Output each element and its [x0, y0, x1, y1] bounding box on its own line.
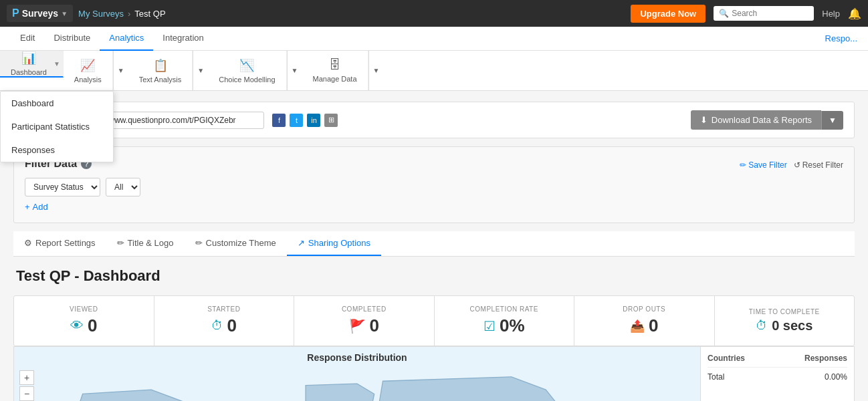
twitter-share-icon[interactable]: t — [290, 114, 303, 127]
save-filter-button[interactable]: ✏ Save Filter — [740, 160, 786, 170]
map-table: Countries Responses Total 0.00% — [700, 347, 854, 401]
p-icon: P — [12, 7, 19, 19]
stat-started: STARTED ⏱ 0 — [154, 296, 295, 346]
started-icon: ⏱ — [211, 319, 223, 333]
dashboard-dropdown-arrow-icon: ▼ — [53, 60, 60, 68]
stat-viewed-label: VIEWED — [70, 305, 98, 313]
tab-report-settings[interactable]: ⚙ Report Settings — [13, 231, 106, 256]
stat-started-number: 0 — [227, 315, 237, 336]
report-link-bar: Report Link f t in ⊞ ⬇ Download Data & R… — [13, 102, 855, 138]
reset-filter-button[interactable]: ↺ Reset Filter — [794, 160, 843, 170]
download-btn-group: ⬇ Download Data & Reports ▼ — [691, 110, 843, 130]
map-zoom-in-button[interactable]: + — [19, 370, 34, 385]
breadcrumb-parent-link[interactable]: My Surveys — [78, 9, 124, 19]
title-logo-label: Title & Logo — [128, 238, 174, 248]
world-map-svg — [14, 368, 700, 401]
stat-completed: COMPLETED 🚩 0 — [294, 296, 435, 346]
dropdown-item-participant-stats[interactable]: Participant Statistics — [1, 115, 113, 138]
map-zoom-out-button[interactable]: − — [19, 386, 34, 401]
dashboard-dropdown-menu: Dashboard Participant Statistics Respons… — [0, 91, 114, 162]
stat-completion-rate: COMPLETION RATE ☑ 0% — [435, 296, 575, 346]
filter-type-select[interactable]: Survey Status — [25, 178, 100, 196]
download-data-reports-button[interactable]: ⬇ Download Data & Reports — [691, 110, 821, 130]
breadcrumb: My Surveys › Test QP — [78, 9, 166, 19]
breadcrumb-separator: › — [128, 9, 130, 19]
completed-icon: 🚩 — [349, 318, 366, 334]
nav-right-item[interactable]: Respo... — [825, 33, 857, 43]
search-box[interactable]: 🔍 — [714, 6, 814, 21]
stat-drop-outs-label: DROP OUTS — [623, 305, 665, 313]
download-dropdown-arrow-btn[interactable]: ▼ — [821, 111, 843, 130]
text-analysis-arrow-btn[interactable]: ▼ — [193, 51, 208, 90]
toolbar-manage-data-group: 🗄 Manage Data ▼ — [302, 51, 384, 90]
toolbar-choice-modelling-btn[interactable]: 📉 Choice Modelling — [208, 51, 286, 90]
search-icon: 🔍 — [719, 9, 729, 18]
map-table-total-value: 0.00% — [825, 372, 847, 382]
toolbar-text-analysis-btn[interactable]: 📋 Text Analysis — [128, 51, 193, 90]
filter-value-select[interactable]: All — [106, 178, 140, 196]
dropdown-item-responses[interactable]: Responses — [1, 138, 113, 162]
manage-data-arrow-btn[interactable]: ▼ — [368, 51, 384, 90]
stat-viewed: VIEWED 👁 0 — [14, 296, 154, 346]
breadcrumb-current: Test QP — [134, 9, 165, 19]
nav-item-edit[interactable]: Edit — [11, 27, 44, 51]
stat-viewed-number: 0 — [88, 315, 97, 336]
reset-filter-label: Reset Filter — [802, 160, 843, 170]
linkedin-share-icon[interactable]: in — [307, 114, 320, 127]
time-icon: ⏱ — [756, 319, 768, 333]
completion-rate-icon: ☑ — [483, 318, 496, 334]
tab-sharing-options[interactable]: ↗ Sharing Options — [287, 231, 381, 256]
save-filter-label: Save Filter — [748, 160, 786, 170]
toolbar-choice-modelling-group: 📉 Choice Modelling ▼ — [208, 51, 302, 90]
add-filter-button[interactable]: + Add — [25, 202, 48, 212]
map-table-header: Countries Responses — [708, 354, 847, 368]
customize-theme-icon: ✏ — [195, 238, 203, 248]
toolbar-analysis-btn[interactable]: 📈 Analysis — [64, 51, 113, 90]
text-analysis-label: Text Analysis — [139, 76, 182, 84]
stats-bar: VIEWED 👁 0 STARTED ⏱ 0 COMPLETED 🚩 0 COM… — [13, 295, 855, 346]
tab-customize-theme[interactable]: ✏ Customize Theme — [185, 231, 287, 256]
nav-item-integration[interactable]: Integration — [153, 27, 213, 51]
toolbar-manage-data-btn[interactable]: 🗄 Manage Data — [302, 51, 368, 90]
stat-time-value-row: ⏱ 0 secs — [756, 318, 812, 333]
stat-started-label: STARTED — [207, 305, 240, 313]
analysis-arrow-btn[interactable]: ▼ — [113, 51, 128, 90]
toolbar-dashboard-btn[interactable]: 📊 Dashboard ▼ — [0, 51, 64, 78]
choice-modelling-arrow-btn[interactable]: ▼ — [287, 51, 302, 90]
map-table-row-total: Total 0.00% — [708, 370, 847, 384]
stat-viewed-value-row: 👁 0 — [70, 315, 97, 336]
brand-chevron-icon: ▼ — [61, 10, 68, 17]
more-share-icon[interactable]: ⊞ — [324, 114, 338, 127]
analysis-label: Analysis — [74, 76, 102, 84]
stat-time-to-complete: TIME TO COMPLETE ⏱ 0 secs — [715, 296, 855, 346]
report-settings-label: Report Settings — [35, 238, 96, 248]
dropdown-item-dashboard[interactable]: Dashboard — [1, 92, 113, 115]
dashboard-icon: 📊 — [21, 51, 36, 65]
bottom-tabs: ⚙ Report Settings ✏ Title & Logo ✏ Custo… — [13, 231, 855, 257]
dropout-icon: 📤 — [630, 319, 645, 333]
stat-completion-rate-label: COMPLETION RATE — [470, 305, 538, 313]
top-nav-right: Upgrade Now 🔍 Help 🔔 — [631, 5, 861, 23]
manage-data-icon: 🗄 — [329, 58, 341, 72]
nav-item-analytics[interactable]: Analytics — [100, 27, 153, 51]
title-logo-icon: ✏ — [117, 238, 124, 248]
map-table-total-label: Total — [708, 372, 724, 382]
map-area: Response Distribution + − — [14, 347, 700, 401]
facebook-share-icon[interactable]: f — [272, 114, 286, 127]
dashboard-label: Dashboard — [11, 68, 47, 76]
nav-item-distribute[interactable]: Distribute — [44, 27, 100, 51]
help-label[interactable]: Help — [822, 9, 840, 19]
viewed-icon: 👁 — [70, 318, 84, 333]
stat-completion-rate-number: 0% — [500, 315, 525, 336]
download-label: Download Data & Reports — [712, 115, 812, 125]
brand-logo[interactable]: P Surveys ▼ — [7, 5, 73, 22]
tab-title-logo[interactable]: ✏ Title & Logo — [106, 231, 185, 256]
notification-bell-icon[interactable]: 🔔 — [848, 7, 861, 20]
add-filter-plus-icon: + — [25, 202, 30, 212]
stat-completion-rate-value-row: ☑ 0% — [483, 315, 525, 336]
upgrade-now-button[interactable]: Upgrade Now — [631, 5, 706, 23]
top-navigation: P Surveys ▼ My Surveys › Test QP Upgrade… — [0, 0, 868, 27]
report-settings-icon: ⚙ — [24, 238, 32, 248]
search-input[interactable] — [732, 9, 805, 18]
content-area: Report Link f t in ⊞ ⬇ Download Data & R… — [0, 91, 868, 401]
